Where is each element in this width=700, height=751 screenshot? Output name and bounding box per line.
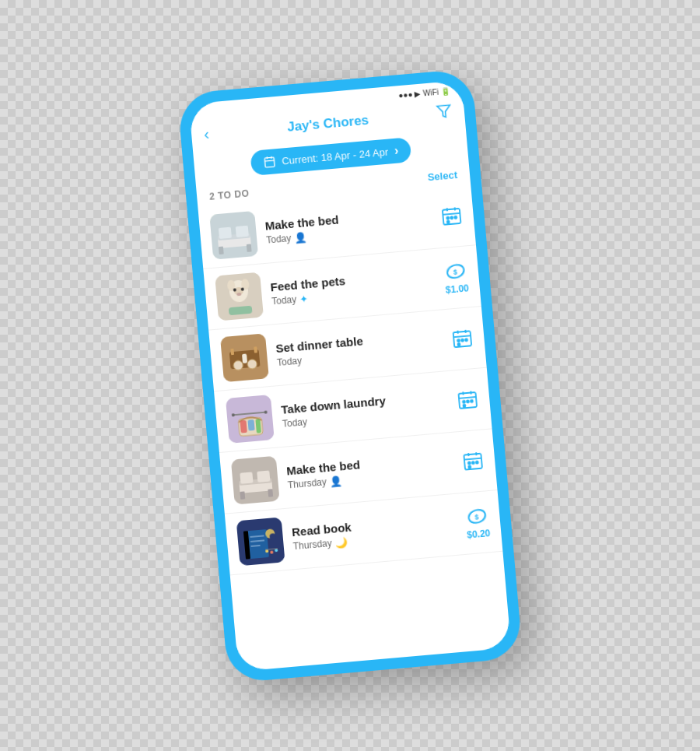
svg-point-46: [457, 343, 460, 346]
chore-thumbnail: [215, 272, 264, 321]
calendar-action-icon: [456, 388, 479, 411]
chore-list: Make the bed Today 👤: [198, 184, 511, 671]
svg-point-61: [471, 399, 473, 402]
svg-rect-49: [240, 419, 247, 433]
svg-rect-69: [268, 489, 273, 497]
chore-info: Read book Thursday 🌙: [291, 511, 457, 552]
calendar-icon: [263, 155, 276, 168]
chore-info: Make the bed Thursday 👤: [286, 449, 454, 491]
svg-marker-0: [437, 104, 451, 117]
bed-thumbnail-2: [231, 455, 280, 504]
svg-rect-68: [240, 491, 245, 499]
chore-thumbnail: [220, 333, 269, 382]
svg-point-75: [472, 461, 474, 464]
money-action-icon: $: [465, 504, 488, 528]
phone-screen: ●●● ▶ WiFi 🔋 ‹ Jay's Chores: [189, 80, 511, 672]
svg-line-40: [453, 335, 471, 337]
page-title: Jay's Chores: [286, 112, 369, 135]
svg-rect-38: [254, 346, 257, 353]
calendar-action-icon: [461, 449, 485, 472]
phone-device: ●●● ▶ WiFi 🔋 ‹ Jay's Chores: [177, 68, 523, 683]
svg-rect-1: [264, 157, 275, 167]
svg-rect-10: [219, 246, 224, 254]
phone-frame: ●●● ▶ WiFi 🔋 ‹ Jay's Chores: [177, 68, 523, 683]
svg-point-17: [450, 216, 453, 219]
laundry-thumbnail: [226, 395, 275, 444]
select-button[interactable]: Select: [427, 169, 457, 183]
svg-text:$: $: [474, 513, 479, 521]
chevron-right-icon: ›: [394, 143, 399, 157]
chore-action[interactable]: [439, 204, 463, 227]
chore-thumbnail: [236, 517, 285, 566]
chore-action[interactable]: $ $0.20: [464, 504, 491, 540]
svg-rect-66: [240, 472, 253, 483]
svg-point-62: [463, 404, 465, 406]
filter-button[interactable]: [436, 103, 453, 124]
chore-thumbnail: [226, 395, 275, 444]
person-icon: 👤: [294, 230, 307, 243]
chore-amount: $0.20: [467, 528, 491, 541]
svg-rect-67: [257, 470, 270, 482]
svg-point-18: [454, 216, 457, 218]
svg-point-60: [467, 400, 469, 402]
svg-rect-37: [230, 348, 234, 354]
calendar-action-icon: [439, 204, 463, 227]
chore-info: Feed the pets Today ✦: [270, 265, 436, 307]
svg-point-59: [463, 400, 465, 402]
svg-line-56: [459, 396, 476, 398]
svg-rect-9: [236, 225, 249, 237]
svg-point-77: [468, 465, 471, 468]
pets-thumbnail: [215, 272, 264, 321]
chore-thumbnail: [209, 210, 258, 259]
chore-info: Set dinner table Today: [275, 327, 443, 368]
back-button[interactable]: ‹: [203, 123, 228, 143]
person-icon: 👤: [329, 474, 342, 486]
book-thumbnail: [236, 517, 285, 566]
svg-rect-50: [247, 419, 254, 430]
sun-icon: ✦: [299, 292, 309, 304]
svg-rect-8: [219, 226, 232, 238]
svg-point-19: [447, 220, 450, 223]
svg-point-45: [465, 339, 467, 341]
date-range-label: Current: 18 Apr - 24 Apr: [282, 146, 389, 167]
chore-amount: $1.00: [445, 283, 469, 296]
svg-rect-36: [242, 353, 247, 363]
chore-info: Make the bed Today 👤: [264, 204, 432, 246]
chore-action[interactable]: [456, 388, 479, 411]
svg-line-4: [264, 160, 274, 161]
svg-rect-11: [247, 244, 252, 251]
bed-thumbnail-1: [209, 210, 258, 259]
svg-point-44: [461, 339, 464, 341]
chore-action[interactable]: [461, 449, 485, 472]
calendar-action-icon: [450, 327, 474, 350]
svg-point-76: [476, 461, 478, 463]
svg-text:$: $: [453, 268, 457, 275]
chore-action[interactable]: $ $1.00: [443, 259, 470, 295]
svg-point-43: [457, 339, 460, 342]
todo-count: 2 TO DO: [209, 187, 250, 201]
dinner-thumbnail: [220, 333, 269, 382]
svg-line-13: [443, 212, 460, 214]
filter-icon: [436, 103, 453, 120]
svg-point-74: [468, 461, 471, 464]
svg-point-16: [446, 216, 449, 219]
chore-info: Take down laundry Today: [281, 388, 449, 430]
svg-line-71: [464, 458, 481, 459]
money-action-icon: $: [444, 259, 467, 283]
moon-icon: 🌙: [334, 535, 348, 548]
chore-action[interactable]: [450, 327, 474, 350]
chore-thumbnail: [231, 455, 280, 504]
